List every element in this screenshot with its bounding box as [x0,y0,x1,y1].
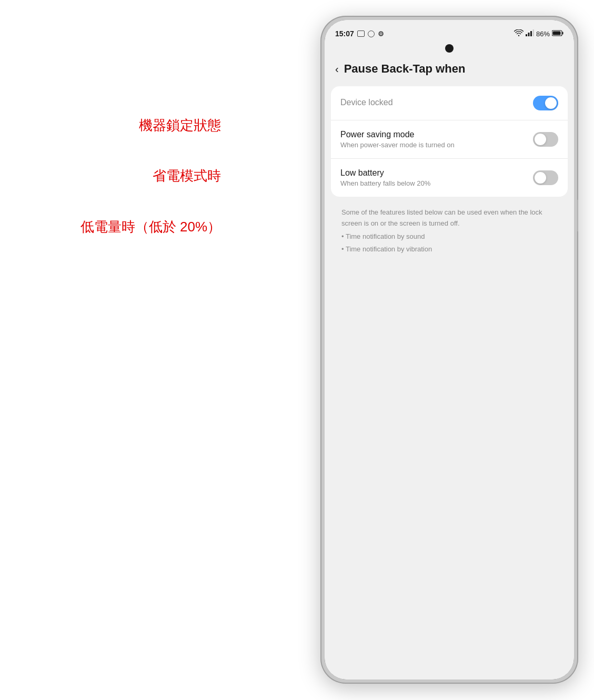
gallery-icon [357,31,365,37]
back-button[interactable]: ‹ [335,64,339,74]
toggle-knob-power-saving [535,134,546,145]
low-battery-subtitle: When battery falls below 20% [340,179,533,187]
annotation-power-saving: 省電模式時 [0,166,242,185]
status-bar: 15:07 ⚙ [325,20,574,43]
info-text: Some of the features listed below can be… [341,207,557,255]
info-bullet-1: • Time notification by sound [341,231,557,242]
status-icons-area: 86% [514,29,563,38]
power-saving-title: Power saving mode [340,130,533,139]
device-locked-title: Device locked [340,98,533,107]
phone-frame: 15:07 ⚙ [320,16,578,684]
annotation-low-battery: 低電量時（低於 20%） [0,217,242,236]
svg-rect-3 [532,29,534,36]
page-header: ‹ Pause Back-Tap when [325,56,574,84]
annotations-panel: 機器鎖定狀態 省電模式時 低電量時（低於 20%） [0,0,242,700]
settings-card: Device locked Power saving mode When pow… [331,86,568,197]
camera-dot [445,44,454,53]
low-battery-text: Low battery When battery falls below 20% [340,168,533,187]
power-saving-toggle[interactable] [533,132,558,147]
settings-item-power-saving: Power saving mode When power-saver mode … [331,120,568,159]
device-locked-text: Device locked [340,98,533,108]
info-bullet-2: • Time notification by vibration [341,244,557,255]
content-area: Device locked Power saving mode When pow… [325,84,574,679]
side-button [577,200,578,231]
phone-inner: 15:07 ⚙ [325,20,574,679]
device-locked-toggle[interactable] [533,96,558,110]
toggle-knob-device-locked [545,97,557,109]
settings-item-low-battery: Low battery When battery falls below 20% [331,159,568,197]
power-saving-text: Power saving mode When power-saver mode … [340,130,533,149]
gear-icon: ⚙ [378,30,384,38]
time-display: 15:07 [335,29,354,38]
settings-item-device-locked: Device locked [331,86,568,120]
clock-icon [368,31,375,37]
low-battery-title: Low battery [340,168,533,178]
info-paragraph: Some of the features listed below can be… [341,207,557,229]
svg-rect-2 [530,31,532,36]
signal-icon [526,29,534,38]
power-saving-subtitle: When power-saver mode is turned on [340,141,533,149]
low-battery-toggle[interactable] [533,170,558,185]
wifi-icon [514,29,523,38]
svg-rect-6 [553,31,561,35]
svg-rect-0 [526,34,527,36]
toggle-knob-low-battery [535,172,546,184]
page-title: Pause Back-Tap when [344,62,466,76]
svg-rect-5 [562,32,563,34]
status-time-area: 15:07 ⚙ [335,29,384,38]
battery-percentage: 86% [536,30,550,38]
battery-icon [552,30,563,38]
phone-screen: 15:07 ⚙ [325,20,574,679]
info-text-area: Some of the features listed below can be… [331,199,568,266]
camera-area [325,43,574,56]
svg-rect-1 [528,33,529,36]
annotation-device-locked: 機器鎖定狀態 [0,116,242,135]
